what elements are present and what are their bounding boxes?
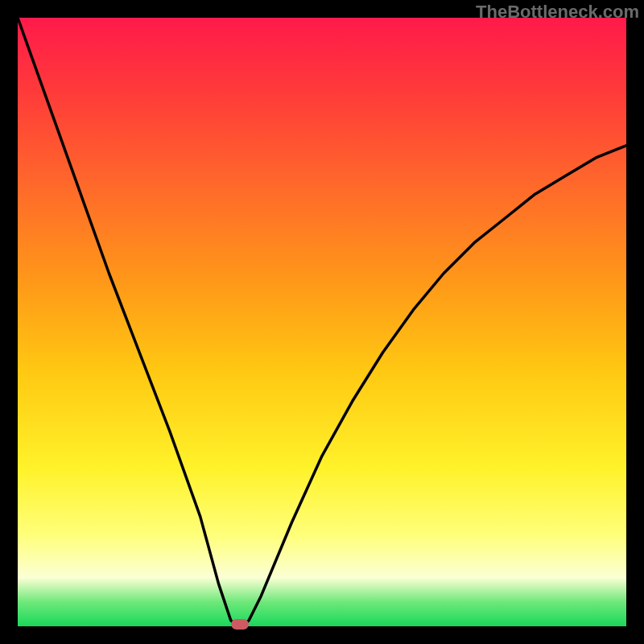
optimal-point-marker (231, 619, 249, 630)
bottleneck-curve (18, 18, 626, 626)
watermark: TheBottleneck.com (476, 2, 639, 23)
